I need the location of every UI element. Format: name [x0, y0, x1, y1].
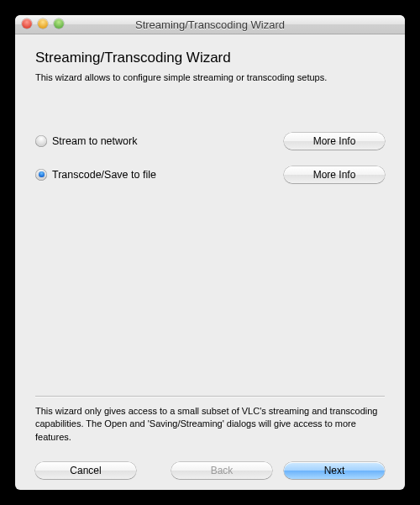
- zoom-icon[interactable]: [54, 18, 64, 29]
- button-label: More Info: [313, 135, 356, 147]
- next-button[interactable]: Next: [284, 462, 385, 479]
- close-icon[interactable]: [22, 18, 32, 29]
- more-info-button-stream[interactable]: More Info: [284, 133, 385, 150]
- button-label: Next: [324, 465, 345, 476]
- divider: [35, 396, 385, 397]
- footnote-text: This wizard only gives access to a small…: [35, 405, 385, 444]
- button-label: Cancel: [70, 465, 101, 476]
- option-row-stream: Stream to network More Info: [35, 133, 385, 150]
- cancel-button[interactable]: Cancel: [35, 462, 136, 479]
- button-label: Back: [211, 465, 234, 476]
- radio-label: Transcode/Save to file: [52, 169, 156, 181]
- window-title: Streaming/Transcoding Wizard: [135, 18, 285, 31]
- radio-label: Stream to network: [52, 135, 137, 147]
- page-description: This wizard allows to configure simple s…: [35, 71, 385, 84]
- radio-icon: [35, 135, 47, 147]
- minimize-icon[interactable]: [38, 18, 48, 29]
- radio-transcode-save[interactable]: Transcode/Save to file: [35, 169, 156, 181]
- button-label: More Info: [313, 169, 356, 181]
- wizard-window: Streaming/Transcoding Wizard Streaming/T…: [15, 15, 405, 490]
- radio-stream-to-network[interactable]: Stream to network: [35, 135, 137, 147]
- more-info-button-transcode[interactable]: More Info: [284, 166, 385, 183]
- page-heading: Streaming/Transcoding Wizard: [35, 50, 385, 66]
- back-button: Back: [171, 462, 272, 479]
- content-area: Streaming/Transcoding Wizard This wizard…: [15, 34, 405, 490]
- radio-icon: [35, 169, 47, 181]
- titlebar: Streaming/Transcoding Wizard: [15, 15, 405, 34]
- window-controls: [22, 18, 64, 29]
- option-row-transcode: Transcode/Save to file More Info: [35, 166, 385, 183]
- button-row: Cancel Back Next: [35, 462, 385, 479]
